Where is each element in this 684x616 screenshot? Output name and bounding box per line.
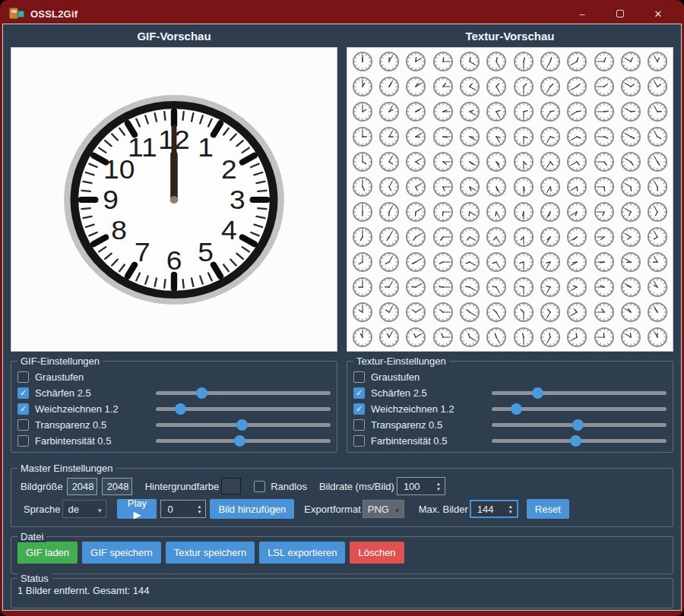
texture-frame-clock [405,251,426,273]
setting-weichzeichnen: ✓ Weichzeichnen 1.2 [353,401,667,417]
texture-frame-clock [540,126,561,147]
gif-laden-button[interactable]: GIF laden [17,542,78,564]
loeschen-button[interactable]: Löschen [350,542,404,564]
maximize-icon[interactable] [613,8,628,20]
svg-text:4: 4 [221,214,237,245]
add-image-button[interactable]: Bild hinzufügen [210,499,294,519]
randlos-checkbox[interactable]: ✓ [254,481,265,492]
texture-frame-clock [647,101,668,122]
schaerfen-checkbox[interactable]: ✓ [17,387,29,399]
texture-frame-clock [432,151,454,172]
farbintensitaet-checkbox[interactable]: ✓ [353,435,365,447]
transparenz-checkbox[interactable]: ✓ [353,419,365,431]
texture-frame-clock [486,176,507,197]
weichzeichnen-slider[interactable] [492,403,667,415]
spinner-down-icon[interactable]: ▼ [508,510,513,514]
texture-frame-clock [647,126,668,147]
farbintensitaet-checkbox[interactable]: ✓ [17,435,29,447]
texture-frame-clock [566,126,587,147]
setting-label: Farbintensität 0.5 [371,435,447,447]
reset-button[interactable]: Reset [527,499,569,519]
spinner-down-icon[interactable]: ▼ [197,510,201,514]
schaerfen-slider[interactable] [492,387,667,399]
graustufen-checkbox[interactable]: ✓ [353,371,365,383]
exportformat-dropdown[interactable]: PNG ▾ [363,500,404,518]
texture-frame-clock [405,51,426,72]
gif-speichern-button[interactable]: GIF speichern [82,542,161,564]
texture-frame-clock [566,151,587,172]
texture-frame-clock [620,101,641,122]
farbintensitaet-slider[interactable] [156,435,331,447]
texture-frame-clock [432,276,454,298]
schaerfen-checkbox[interactable]: ✓ [353,387,365,399]
texture-frame-clock [405,327,426,348]
texture-frame-clock [513,276,534,298]
texture-frame-clock [432,76,454,97]
gif-preview-header: GIF-Vorschau [11,30,337,43]
schaerfen-slider[interactable] [156,387,331,399]
play-button[interactable]: Play ▶ [117,499,157,519]
setting-label: Schärfen 2.5 [35,387,91,399]
slider-thumb[interactable] [570,435,581,447]
texture-frame-clock [405,201,426,223]
texture-frame-clock [566,176,587,197]
gif-settings-group: GIF-Einstellungen ✓ Graustufen ✓ Schärfe… [11,361,337,453]
dropdown-arrow-icon: ▾ [98,504,102,517]
max-bilder-spinner[interactable]: 144 ▲▼ [470,500,518,518]
texture-frame-clock [432,201,454,223]
weichzeichnen-checkbox[interactable]: ✓ [353,403,365,415]
setting-graustufen: ✓ Graustufen [353,369,667,385]
weichzeichnen-checkbox[interactable]: ✓ [17,403,29,415]
bildgroesse-height-input[interactable]: 2048 [102,478,132,495]
texture-frame-clock [540,327,561,348]
texture-frame-clock [620,151,641,172]
slider-thumb[interactable] [511,403,522,415]
transparenz-checkbox[interactable]: ✓ [17,419,29,431]
spinner-up-icon[interactable]: ▲ [197,504,201,509]
spinner-down-icon[interactable]: ▼ [436,487,441,491]
svg-text:6: 6 [166,245,182,275]
slider-thumb[interactable] [532,387,543,399]
gif-preview-panel: 123456789101112 [11,47,337,352]
slider-thumb[interactable] [175,403,186,415]
datei-group: Datei GIF laden GIF speichern Textur spe… [11,536,673,574]
svg-text:11: 11 [128,132,157,163]
slider-thumb[interactable] [234,435,245,447]
status-group: Status 1 Bilder entfernt. Gesamt: 144 [11,578,673,608]
texture-frame-clock [513,226,534,248]
texture-frame-clock [459,76,480,97]
weichzeichnen-slider[interactable] [156,403,331,415]
texture-frame-clock [620,201,641,223]
spinner-up-icon[interactable]: ▲ [508,504,513,509]
texture-frame-clock [486,201,507,223]
farbintensitaet-slider[interactable] [492,435,667,447]
close-icon[interactable]: ✕ [651,8,666,20]
setting-label: Graustufen [35,371,84,383]
texture-frame-clock [378,76,400,97]
slider-thumb[interactable] [572,419,584,431]
minimize-icon[interactable]: – [575,8,590,20]
slider-thumb[interactable] [196,387,207,399]
bildrate-label: Bildrate (ms/Bild) [319,481,394,492]
texture-frame-clock [432,302,454,323]
bildrate-spinner[interactable]: 100 ▲▼ [397,477,445,495]
texture-frame-clock [352,226,373,248]
sprache-dropdown[interactable]: de ▾ [62,500,106,518]
texture-frame-clock [620,302,641,323]
hintergrundfarbe-swatch[interactable] [221,478,241,494]
lsl-exportieren-button[interactable]: LSL exportieren [259,542,345,564]
transparenz-slider[interactable] [156,419,331,431]
graustufen-checkbox[interactable]: ✓ [17,371,29,383]
texture-frame-clock [459,101,480,122]
slider-thumb[interactable] [236,419,248,431]
texture-frame-clock [620,126,641,147]
spinner-up-icon[interactable]: ▲ [436,482,441,486]
transparenz-slider[interactable] [492,419,667,431]
bildgroesse-width-input[interactable]: 2048 [67,478,97,495]
bildrate-value: 100 [404,481,432,492]
texture-frame-clock [352,101,373,122]
frame-spinner[interactable]: 0 ▲▼ [160,500,206,518]
textur-speichern-button[interactable]: Textur speichern [166,542,255,564]
gif-preview-clock: 123456789101112 [61,92,287,308]
texture-frame-clock [405,276,426,298]
